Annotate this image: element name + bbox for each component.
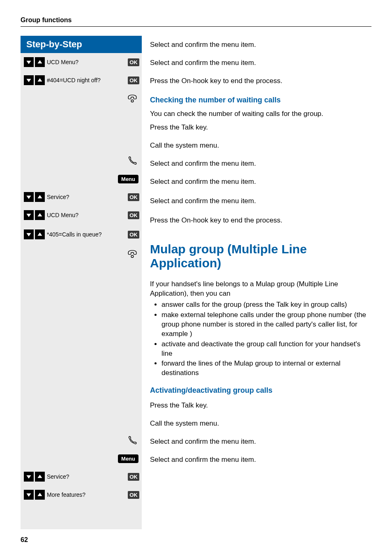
instruction-text: Select and confirm the menu item. bbox=[150, 159, 256, 169]
arrow-up-icon bbox=[35, 229, 45, 239]
arrow-down-icon bbox=[24, 210, 34, 220]
arrow-down-icon bbox=[24, 490, 34, 500]
step-row: UCD Menu? OK bbox=[21, 53, 142, 71]
step-row: *405=Calls in queue? OK bbox=[21, 224, 142, 245]
talk-key-icon bbox=[126, 435, 138, 446]
arrow-down-icon bbox=[24, 192, 34, 202]
svg-point-0 bbox=[131, 100, 134, 102]
instruction-column: Select and confirm the menu item. Select… bbox=[142, 36, 371, 529]
nav-arrows bbox=[24, 490, 47, 500]
arrow-up-icon bbox=[35, 192, 45, 202]
instruction-text: Select and confirm the menu item. bbox=[150, 58, 256, 68]
menu-badge: Menu bbox=[118, 454, 138, 463]
instruction-text: Press the On-hook key to end the process… bbox=[150, 216, 282, 225]
step-row: More features? OK bbox=[21, 486, 142, 504]
step-row: Menu bbox=[21, 170, 142, 188]
list-item: make external telephone calls under the … bbox=[161, 310, 371, 339]
step-row bbox=[21, 152, 142, 170]
step-by-step-title: Step-by-Step bbox=[21, 36, 142, 53]
nav-arrows bbox=[24, 210, 47, 220]
arrow-down-icon bbox=[24, 57, 34, 67]
list-item: forward the lines of the Mulap group to … bbox=[161, 359, 371, 378]
instruction-text: Call the system menu. bbox=[150, 419, 219, 429]
instruction-text: Select and confirm the menu item. bbox=[150, 177, 256, 187]
arrow-up-icon bbox=[35, 210, 45, 220]
step-label: More features? bbox=[47, 491, 128, 498]
on-hook-icon bbox=[126, 93, 138, 104]
arrow-up-icon bbox=[35, 490, 45, 500]
arrow-down-icon bbox=[24, 229, 34, 239]
step-label: *405=Calls in queue? bbox=[47, 231, 128, 238]
ok-badge: OK bbox=[128, 58, 139, 66]
step-by-step-panel: Step-by-Step UCD Menu? OK #4 bbox=[21, 36, 142, 529]
ok-badge: OK bbox=[128, 211, 139, 219]
menu-badge: Menu bbox=[118, 175, 138, 183]
nav-arrows bbox=[24, 192, 47, 202]
step-label: Service? bbox=[47, 473, 128, 480]
step-label: UCD Menu? bbox=[47, 212, 128, 218]
instruction-text: Select and confirm the menu item. bbox=[150, 40, 256, 50]
arrow-up-icon bbox=[35, 472, 45, 482]
step-row: Service? OK bbox=[21, 468, 142, 486]
instruction-text: Press the Talk key. bbox=[150, 123, 208, 132]
arrow-down-icon bbox=[24, 75, 34, 85]
nav-arrows bbox=[24, 75, 47, 85]
step-row: #404=UCD night off? OK bbox=[21, 71, 142, 89]
paragraph: If your handset's line belongs to a Mula… bbox=[150, 280, 371, 299]
instruction-text: Select and confirm the menu item. bbox=[150, 437, 256, 447]
ok-badge: OK bbox=[128, 491, 139, 499]
ok-badge: OK bbox=[128, 231, 139, 239]
subheading: Checking the number of waiting calls bbox=[150, 96, 371, 104]
instruction-text: Call the system menu. bbox=[150, 141, 219, 151]
step-row bbox=[21, 245, 142, 263]
step-row bbox=[21, 431, 142, 449]
step-label: Service? bbox=[47, 194, 128, 200]
nav-arrows bbox=[24, 229, 47, 239]
feature-list: answer calls for the group (press the Ta… bbox=[150, 300, 371, 378]
instruction-text: Select and confirm the menu item. bbox=[150, 197, 256, 206]
step-row: UCD Menu? OK bbox=[21, 206, 142, 224]
page-number: 62 bbox=[21, 536, 28, 544]
instruction-text: Select and confirm the menu item. bbox=[150, 455, 256, 465]
list-item: activate and deactivate the group call f… bbox=[161, 340, 371, 359]
subheading: Activating/deactivating group calls bbox=[150, 386, 371, 395]
step-label: UCD Menu? bbox=[47, 59, 128, 65]
arrow-up-icon bbox=[35, 75, 45, 85]
arrow-down-icon bbox=[24, 472, 34, 482]
instruction-text: Press the On-hook key to end the process… bbox=[150, 76, 282, 86]
nav-arrows bbox=[24, 57, 47, 67]
nav-arrows bbox=[24, 472, 47, 482]
page-header: Group functions bbox=[21, 16, 371, 27]
step-label: #404=UCD night off? bbox=[47, 77, 128, 83]
list-item: answer calls for the group (press the Ta… bbox=[161, 300, 371, 310]
instruction-text: Press the Talk key. bbox=[150, 401, 208, 410]
on-hook-icon bbox=[126, 248, 138, 259]
ok-badge: OK bbox=[128, 473, 139, 481]
instruction-text: You can check the number of waiting call… bbox=[150, 109, 371, 119]
arrow-up-icon bbox=[35, 57, 45, 67]
talk-key-icon bbox=[126, 155, 138, 166]
svg-point-1 bbox=[131, 255, 134, 258]
step-row bbox=[21, 89, 142, 107]
ok-badge: OK bbox=[128, 76, 139, 84]
step-row: Service? OK bbox=[21, 188, 142, 206]
ok-badge: OK bbox=[128, 193, 139, 201]
section-title: Mulap group (Multiple Line Application) bbox=[150, 242, 371, 271]
step-row: Menu bbox=[21, 449, 142, 468]
